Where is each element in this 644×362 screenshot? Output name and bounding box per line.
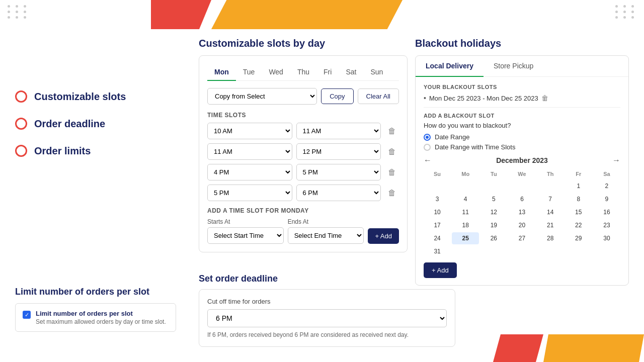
nav-circle-icon: [15, 90, 27, 103]
cal-day-15[interactable]: 15: [565, 206, 592, 218]
cal-day-14[interactable]: 14: [537, 206, 564, 218]
cal-day-10[interactable]: 10: [424, 206, 451, 218]
cal-day-empty: [452, 180, 479, 192]
slot-1-end[interactable]: 11 AM: [296, 123, 381, 139]
delete-slot-2-button[interactable]: 🗑: [385, 145, 399, 159]
cal-day-11[interactable]: 11: [452, 206, 479, 218]
calendar-next-button[interactable]: →: [612, 156, 620, 165]
cal-day-3[interactable]: 3: [424, 193, 451, 205]
delete-slot-3-button[interactable]: 🗑: [385, 165, 399, 179]
sidebar-item-order-deadline[interactable]: Order deadline: [15, 118, 126, 130]
radio-date-range[interactable]: Date Range: [424, 133, 620, 141]
radio-time-slots-button[interactable]: [424, 144, 431, 151]
cal-day-17[interactable]: 17: [424, 219, 451, 231]
slot-1-start[interactable]: 10 AM: [207, 123, 292, 139]
cal-day-12[interactable]: 12: [480, 206, 507, 218]
cal-day-21[interactable]: 21: [537, 219, 564, 231]
sidebar-item-label-deadline: Order deadline: [34, 118, 105, 130]
clear-all-button[interactable]: Clear All: [358, 88, 399, 104]
tab-sun[interactable]: Sun: [363, 64, 390, 81]
cal-day-24[interactable]: 24: [424, 232, 451, 244]
blackout-card-body: YOUR BLACKOUT SLOTS • Mon Dec 25 2023 - …: [416, 77, 628, 285]
calendar-header: ← December 2023 →: [424, 156, 620, 165]
slot-4-end[interactable]: 6 PM: [296, 185, 381, 201]
cal-day-27[interactable]: 27: [508, 232, 535, 244]
cal-day-7[interactable]: 7: [537, 193, 564, 205]
cal-day-19[interactable]: 19: [480, 219, 507, 231]
cutoff-time-select[interactable]: 6 PM: [207, 309, 447, 327]
cal-day-18[interactable]: 18: [452, 219, 479, 231]
end-time-select[interactable]: Select End Time: [288, 227, 364, 244]
tab-sat[interactable]: Sat: [339, 64, 363, 81]
cal-day-30[interactable]: 30: [593, 232, 620, 244]
blackout-date-text: Mon Dec 25 2023 - Mon Dec 25 2023: [429, 95, 538, 102]
cal-day-29[interactable]: 29: [565, 232, 592, 244]
cal-day-8[interactable]: 8: [565, 193, 592, 205]
slot-3-start[interactable]: 4 PM: [207, 164, 292, 180]
tab-wed[interactable]: Wed: [262, 64, 290, 81]
copy-row: Copy from Select Copy Clear All: [207, 88, 399, 105]
cal-day-20[interactable]: 20: [508, 219, 535, 231]
cal-day-empty: [452, 245, 479, 257]
cal-day-4[interactable]: 4: [452, 193, 479, 205]
slot-2-start[interactable]: 11 AM: [207, 143, 292, 160]
cal-header-th: Th: [537, 169, 564, 179]
ends-at-col: Ends At Select End Time: [288, 218, 364, 244]
calendar-title: December 2023: [496, 156, 548, 164]
orange-chevron: [211, 0, 403, 29]
add-blackout-label: ADD A BLACKOUT SLOT: [424, 113, 620, 119]
tab-thu[interactable]: Thu: [290, 64, 316, 81]
cal-day-22[interactable]: 22: [565, 219, 592, 231]
cal-day-26[interactable]: 26: [480, 232, 507, 244]
starts-at-col: Starts At Select Start Time: [207, 218, 284, 244]
cal-day-25[interactable]: 25: [452, 232, 479, 244]
delivery-tabs: Local Delivery Store Pickup: [416, 56, 628, 77]
radio-date-range-button[interactable]: [424, 134, 431, 141]
blackout-holidays-panel: Blackout holidays Local Delivery Store P…: [415, 38, 629, 286]
delete-blackout-slot-button[interactable]: 🗑: [541, 94, 548, 102]
decorative-dots-tr: [615, 5, 636, 19]
cal-day-5[interactable]: 5: [480, 193, 507, 205]
cal-day-13[interactable]: 13: [508, 206, 535, 218]
start-time-select[interactable]: Select Start Time: [207, 227, 284, 244]
delete-slot-1-button[interactable]: 🗑: [385, 124, 399, 138]
cal-header-tu: Tu: [480, 169, 507, 179]
slot-2-end[interactable]: 12 PM: [296, 143, 381, 160]
tab-store-pickup[interactable]: Store Pickup: [484, 56, 543, 77]
tab-local-delivery[interactable]: Local Delivery: [416, 56, 484, 77]
day-tabs: Mon Tue Wed Thu Fri Sat Sun: [207, 64, 399, 81]
tab-tue[interactable]: Tue: [236, 64, 262, 81]
limit-orders-title: Limit number of orders per slot: [15, 287, 176, 297]
cal-day-6[interactable]: 6: [508, 193, 535, 205]
calendar-prev-button[interactable]: ←: [424, 156, 432, 165]
limit-orders-checkbox[interactable]: [23, 311, 31, 319]
sidebar-item-label-customizable: Customizable slots: [34, 91, 126, 103]
cal-day-23[interactable]: 23: [593, 219, 620, 231]
copy-from-select[interactable]: Copy from Select: [207, 88, 317, 105]
add-slot-button[interactable]: + Add: [368, 228, 399, 244]
cal-day-31[interactable]: 31: [424, 245, 451, 257]
cal-day-16[interactable]: 16: [593, 206, 620, 218]
time-slots-label: TIME SLOTS: [207, 112, 399, 119]
list-bullet: •: [424, 94, 426, 102]
copy-button[interactable]: Copy: [321, 88, 353, 104]
customizable-slots-panel: Customizable slots by day Mon Tue Wed Th…: [199, 38, 408, 252]
delete-slot-4-button[interactable]: 🗑: [385, 186, 399, 200]
slot-3-end[interactable]: 5 PM: [296, 164, 381, 180]
tab-fri[interactable]: Fri: [316, 64, 339, 81]
sidebar-item-order-limits[interactable]: Order limits: [15, 145, 126, 157]
red-chevron: [151, 0, 211, 29]
sidebar-item-customizable-slots[interactable]: Customizable slots: [15, 90, 126, 103]
radio-date-range-time-slots[interactable]: Date Range with Time Slots: [424, 143, 620, 151]
cal-day-empty: [508, 245, 535, 257]
cal-day-9[interactable]: 9: [593, 193, 620, 205]
nav-circle-icon-3: [15, 145, 27, 157]
left-nav: Customizable slots Order deadline Order …: [15, 90, 126, 157]
cal-day-28[interactable]: 28: [537, 232, 564, 244]
slot-4-start[interactable]: 5 PM: [207, 185, 292, 201]
tab-mon[interactable]: Mon: [207, 64, 236, 81]
right-panel-title: Blackout holidays: [415, 38, 629, 49]
top-decoration: [151, 0, 403, 29]
cal-day-1[interactable]: 1: [565, 180, 592, 192]
cal-day-2[interactable]: 2: [593, 180, 620, 192]
